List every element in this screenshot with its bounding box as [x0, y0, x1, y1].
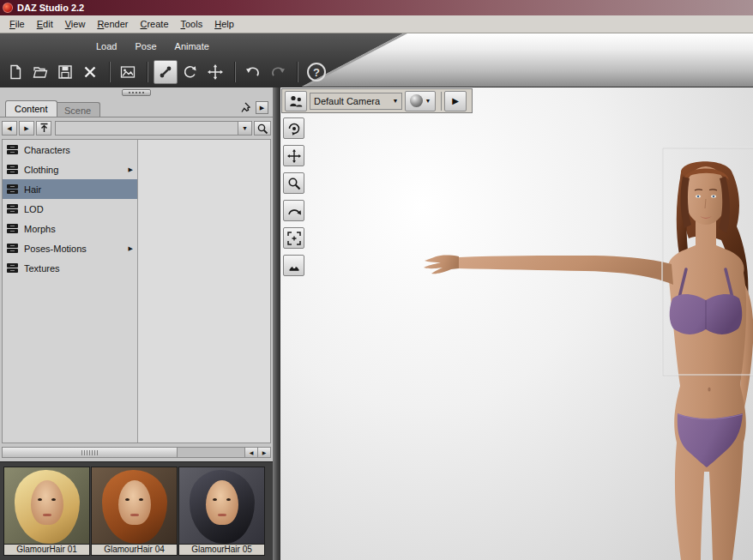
thumbnail-glamourhair-04[interactable]: GlamourHair 04	[91, 467, 178, 556]
redo-icon	[269, 63, 286, 81]
toolbar-separator	[297, 62, 298, 82]
content-folder-icon	[6, 262, 19, 274]
undo-button[interactable]	[241, 60, 265, 84]
tree-item-poses-motions[interactable]: Poses-Motions ▶	[3, 238, 137, 258]
content-navigation-bar: ◀ ▶ ▼	[2, 120, 271, 136]
menu-render[interactable]: Render	[91, 16, 134, 32]
tree-item-hair[interactable]: Hair	[3, 179, 137, 199]
render-icon	[119, 63, 136, 81]
search-button[interactable]	[254, 121, 271, 135]
bank-tool-icon	[286, 203, 302, 219]
headlamp-tool-button[interactable]	[283, 255, 304, 276]
content-tree: Characters Clothing ▶ Hair LOD	[3, 140, 138, 443]
forward-button[interactable]: ▶	[19, 121, 34, 135]
play-button[interactable]: ▶	[444, 91, 467, 111]
menu-create[interactable]: Create	[134, 16, 174, 32]
tab-scene[interactable]: Scene	[55, 102, 100, 117]
delete-button[interactable]	[78, 60, 102, 84]
save-button[interactable]	[53, 60, 77, 84]
content-folder-icon	[6, 164, 19, 175]
render-button[interactable]	[116, 60, 140, 84]
orbit-tool-button[interactable]	[283, 117, 304, 139]
menu-edit[interactable]: Edit	[31, 16, 59, 32]
lips-shape	[43, 514, 51, 516]
menu-help[interactable]: Help	[208, 16, 240, 32]
zoom-tool-button[interactable]	[283, 172, 304, 194]
camera-selector-value: Default Camera	[314, 96, 380, 106]
menu-view[interactable]: View	[59, 16, 92, 32]
frame-tool-button[interactable]	[283, 227, 304, 249]
thumbnail-label: GlamourHair 01	[3, 545, 90, 556]
camera-group-icon	[288, 94, 304, 108]
daz-studio-window: DAZ Studio 2.2 File Edit View Render Cre…	[0, 0, 753, 560]
face-shape	[206, 480, 238, 525]
viewport-canvas[interactable]	[280, 87, 753, 560]
orbit-tool-icon	[286, 121, 302, 136]
dropdown-icon: ▼	[389, 98, 401, 104]
tree-item-characters[interactable]: Characters	[3, 140, 137, 160]
tree-item-lod[interactable]: LOD	[3, 199, 137, 219]
panel-resize-grip[interactable]	[122, 89, 151, 96]
tree-item-morphs[interactable]: Morphs	[3, 219, 137, 238]
headlamp-tool-icon	[286, 258, 302, 274]
lips-shape	[130, 514, 139, 516]
save-icon	[57, 63, 74, 81]
menu-file[interactable]: File	[3, 16, 31, 32]
pin-icon	[240, 102, 251, 113]
undo-icon	[244, 63, 262, 81]
main-toolbar: ?	[3, 59, 326, 85]
scrollbar-thumb[interactable]	[3, 448, 178, 457]
redo-button[interactable]	[266, 60, 290, 84]
rotate-tool-icon	[182, 63, 199, 81]
content-panel: Content Scene ▶ ◀ ▶ ▼	[0, 87, 273, 560]
translate-tool-button[interactable]	[203, 60, 227, 84]
tab-content[interactable]: Content	[5, 100, 57, 117]
back-icon: ◀	[7, 125, 11, 132]
tree-item-clothing[interactable]: Clothing ▶	[3, 160, 137, 179]
open-file-button[interactable]	[28, 60, 52, 84]
thumbnail-glamourhair-05[interactable]: GlamourHair 05	[178, 467, 265, 556]
help-button[interactable]: ?	[307, 63, 326, 81]
scroll-left-button[interactable]: ◀	[244, 448, 257, 457]
activity-tab-load[interactable]: Load	[96, 41, 117, 51]
translate-tool-icon	[207, 63, 224, 81]
scroll-right-button[interactable]: ▶	[257, 448, 270, 457]
hair-preview-image	[178, 467, 265, 545]
camera-view-button[interactable]	[285, 91, 307, 111]
expand-arrow-icon[interactable]: ▶	[129, 245, 133, 252]
thumbnail-glamourhair-01[interactable]: GlamourHair 01	[3, 467, 90, 556]
dropdown-icon[interactable]: ▼	[238, 122, 251, 135]
activity-tab-pose[interactable]: Pose	[135, 41, 156, 51]
face-shape	[31, 480, 63, 525]
panel-tab-strip: Content Scene ▶	[0, 99, 273, 117]
rotate-tool-button[interactable]	[178, 60, 202, 84]
up-icon	[39, 123, 50, 134]
camera-selector[interactable]: Default Camera ▼	[310, 93, 402, 110]
window-title: DAZ Studio 2.2	[17, 3, 84, 13]
horizontal-scrollbar[interactable]: ◀ ▶	[2, 447, 271, 458]
joint-editor-tool-button[interactable]	[154, 60, 178, 84]
new-file-button[interactable]	[3, 60, 27, 84]
female-figure[interactable]	[424, 161, 753, 560]
panel-splitter[interactable]	[273, 87, 280, 560]
tree-item-textures[interactable]: Textures	[3, 258, 137, 278]
draw-style-selector[interactable]: ▼	[405, 91, 436, 111]
activity-tab-animate[interactable]: Animate	[175, 41, 209, 51]
pin-panel-button[interactable]	[239, 101, 252, 114]
hair-preview-image	[3, 467, 90, 545]
up-directory-button[interactable]	[36, 121, 51, 135]
activity-tabs: Load Pose Animate	[96, 41, 209, 51]
path-combobox[interactable]: ▼	[55, 121, 252, 135]
content-folder-icon	[6, 203, 19, 214]
expand-arrow-icon[interactable]: ▶	[129, 166, 133, 173]
scrollbar-track[interactable]	[178, 448, 244, 457]
toolbar-separator	[234, 62, 235, 82]
menu-tools[interactable]: Tools	[175, 16, 209, 32]
bank-tool-button[interactable]	[283, 200, 304, 221]
content-folder-icon	[6, 243, 19, 254]
back-button[interactable]: ◀	[2, 121, 17, 135]
panel-menu-button[interactable]: ▶	[256, 101, 268, 114]
hair-preview-image	[91, 467, 178, 545]
pan-tool-button[interactable]	[283, 145, 304, 166]
search-icon	[256, 123, 268, 135]
